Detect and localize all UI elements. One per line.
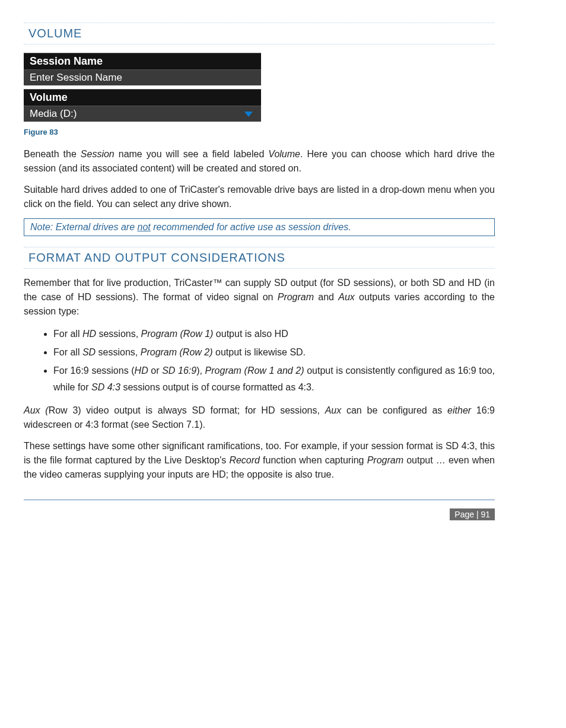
- bullet-list: For all HD sessions, Program (Row 1) out…: [42, 326, 495, 395]
- session-panel: Session Name Enter Session Name Volume M…: [24, 53, 261, 122]
- paragraph-5: These settings have some other significa…: [24, 439, 495, 482]
- section-title-volume: VOLUME: [24, 23, 495, 44]
- list-item: For all SD sessions, Program (Row 2) out…: [53, 344, 495, 360]
- session-name-input[interactable]: Enter Session Name: [24, 69, 261, 85]
- paragraph-1: Beneath the Session name you will see a …: [24, 147, 495, 176]
- volume-dropdown-value: Media (D:): [30, 108, 77, 120]
- volume-dropdown[interactable]: Media (D:): [24, 106, 261, 122]
- session-name-label: Session Name: [24, 53, 261, 69]
- page-number-badge: Page | 91: [450, 508, 495, 520]
- paragraph-4: Aux (Row 3) video output is always SD fo…: [24, 403, 495, 432]
- chevron-down-icon: [244, 112, 253, 117]
- section-title-format: FORMAT AND OUTPUT CONSIDERATIONS: [24, 247, 495, 269]
- paragraph-2: Suitable hard drives added to one of Tri…: [24, 183, 495, 211]
- footer-divider: [24, 500, 495, 500]
- list-item: For 16:9 sessions (HD or SD 16:9), Progr…: [53, 363, 495, 395]
- figure-caption: Figure 83: [24, 128, 495, 136]
- note-box: Note: External drives are not recommende…: [24, 218, 495, 236]
- paragraph-3: Remember that for live production, TriCa…: [24, 276, 495, 319]
- volume-label: Volume: [24, 89, 261, 106]
- list-item: For all HD sessions, Program (Row 1) out…: [53, 326, 495, 342]
